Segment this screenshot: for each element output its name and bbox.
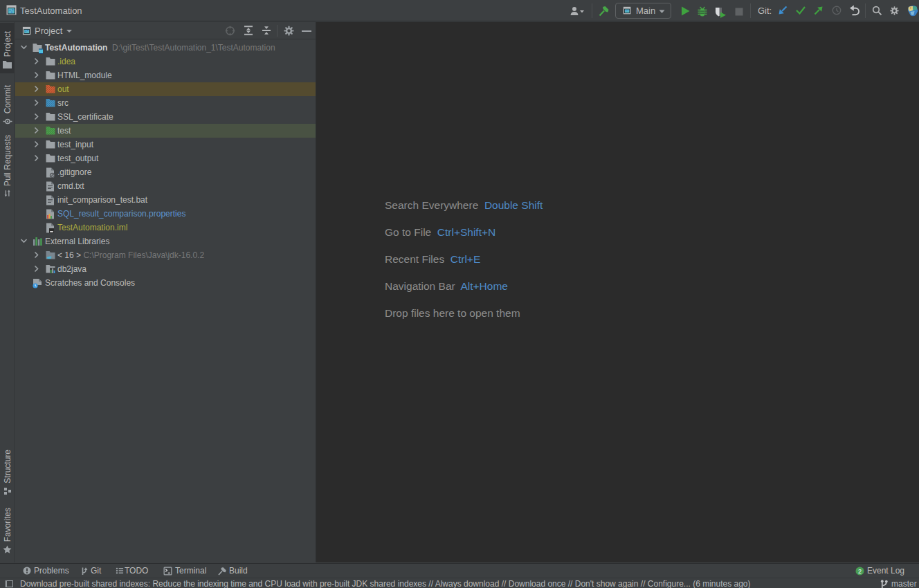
svg-text:2: 2 bbox=[858, 568, 862, 575]
